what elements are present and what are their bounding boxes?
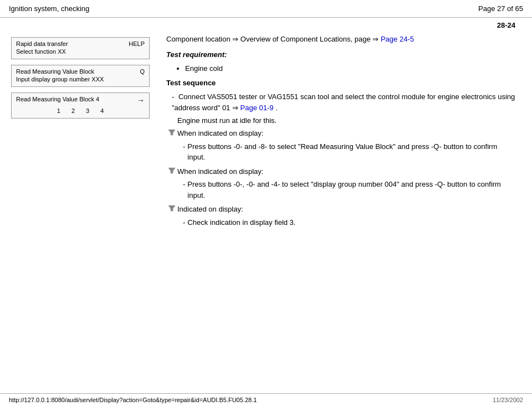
instr1-step-text: Press buttons -0- and -8- to select "Rea…	[187, 141, 515, 163]
bullet-list: Engine cold	[177, 63, 515, 75]
widget2-row2: Input display group number XXX	[16, 76, 145, 83]
page-number: 28-24	[0, 18, 532, 32]
instr3-dash: -	[183, 217, 185, 228]
instr3-label: Indicated on display:	[177, 204, 515, 215]
instr2-text: When indicated on display: - Press butto…	[177, 166, 515, 201]
content-area: Rapid data transfer HELP Select function…	[0, 32, 532, 393]
svg-marker-1	[168, 168, 175, 173]
instr1-label: When indicated on display:	[177, 128, 515, 139]
instr1-step1: - Press buttons -0- and -8- to select "R…	[183, 141, 515, 163]
svg-marker-2	[168, 206, 175, 211]
widget3-row1: Read Measuring Value Block 4 →	[16, 96, 145, 105]
funnel-icon-3	[166, 204, 177, 212]
connect-text: Connect VAS5051 tester or VAG1551 scan t…	[172, 93, 515, 112]
page-info: Page 27 of 65	[478, 4, 523, 13]
svg-marker-0	[168, 130, 175, 135]
instr3-text: Indicated on display: - Check indication…	[177, 204, 515, 228]
widget-read-measuring-block4: Read Measuring Value Block 4 → 1 2 3 4	[11, 93, 150, 119]
page-footer: http://127.0.0.1:8080/audi/servlet/Displ…	[0, 393, 532, 406]
widget1-row1: Rapid data transfer HELP	[16, 40, 145, 47]
funnel-shape-2	[168, 167, 176, 174]
left-panel: Rapid data transfer HELP Select function…	[0, 32, 155, 393]
widget1-row2: Select function XX	[16, 48, 145, 55]
widget-read-measuring: Read Measuring Value Block Q Input displ…	[11, 65, 150, 87]
widget3-num3: 3	[86, 107, 89, 114]
connect-dash: -	[172, 93, 174, 101]
instr2-label: When indicated on display:	[177, 166, 515, 177]
link-page24-5[interactable]: Page 24-5	[381, 35, 414, 43]
instr2-step1: - Press buttons -0-, -0- and -4- to sele…	[183, 179, 515, 201]
intro-paragraph: Component location ⇒ Overview of Compone…	[166, 34, 515, 45]
document-title: Ignition system, checking	[9, 4, 89, 13]
page-container: 28-24 Rapid data transfer HELP Select fu…	[0, 18, 532, 393]
funnel-shape-3	[168, 204, 176, 212]
test-requirement-label: Test requirement:	[166, 50, 227, 59]
connect-step: - Connect VAS5051 tester or VAG1551 scan…	[172, 91, 515, 113]
link-page01-9[interactable]: Page 01-9	[241, 104, 274, 112]
instr1-text: When indicated on display: - Press butto…	[177, 128, 515, 163]
widget3-arrow: →	[137, 96, 145, 105]
instr3-step1: - Check indication in display field 3.	[183, 217, 515, 228]
widget1-label: Rapid data transfer	[16, 40, 68, 47]
instruction-3: Indicated on display: - Check indication…	[166, 204, 515, 228]
widget2-q: Q	[140, 68, 145, 75]
widget-rapid-data-transfer: Rapid data transfer HELP Select function…	[11, 37, 150, 59]
widget1-help: HELP	[129, 40, 145, 47]
connect-suffix: .	[274, 104, 278, 112]
instr2-dash: -	[183, 179, 185, 201]
intro-text1: Component location ⇒ Overview of Compone…	[166, 35, 381, 43]
widget3-label: Read Measuring Value Block 4	[16, 96, 99, 105]
right-panel: Component location ⇒ Overview of Compone…	[155, 32, 532, 393]
bullet-engine-cold: Engine cold	[185, 63, 515, 75]
instr2-step-text: Press buttons -0-, -0- and -4- to select…	[187, 179, 515, 201]
test-requirement-section: Test requirement:	[166, 50, 515, 59]
instruction-2: When indicated on display: - Press butto…	[166, 166, 515, 201]
funnel-icon-2	[166, 166, 177, 174]
test-sequence-title: Test sequence	[166, 79, 515, 87]
widget3-num1: 1	[57, 107, 60, 114]
widget3-numbers: 1 2 3 4	[16, 106, 145, 115]
footer-url: http://127.0.0.1:8080/audi/servlet/Displ…	[9, 397, 257, 403]
funnel-icon-1	[166, 128, 177, 136]
note-line: Engine must run at idle for this.	[177, 116, 515, 125]
instruction-1: When indicated on display: - Press butto…	[166, 128, 515, 163]
widget2-row1: Read Measuring Value Block Q	[16, 68, 145, 75]
widget2-label: Read Measuring Value Block	[16, 68, 94, 75]
instr3-step-text: Check indication in display field 3.	[187, 217, 295, 228]
funnel-shape-1	[168, 129, 176, 136]
widget3-num2: 2	[71, 107, 75, 114]
footer-date: 11/23/2002	[493, 397, 523, 403]
page-header: Ignition system, checking Page 27 of 65	[0, 0, 532, 18]
widget3-num4: 4	[100, 107, 104, 114]
instr1-dash: -	[183, 141, 185, 163]
